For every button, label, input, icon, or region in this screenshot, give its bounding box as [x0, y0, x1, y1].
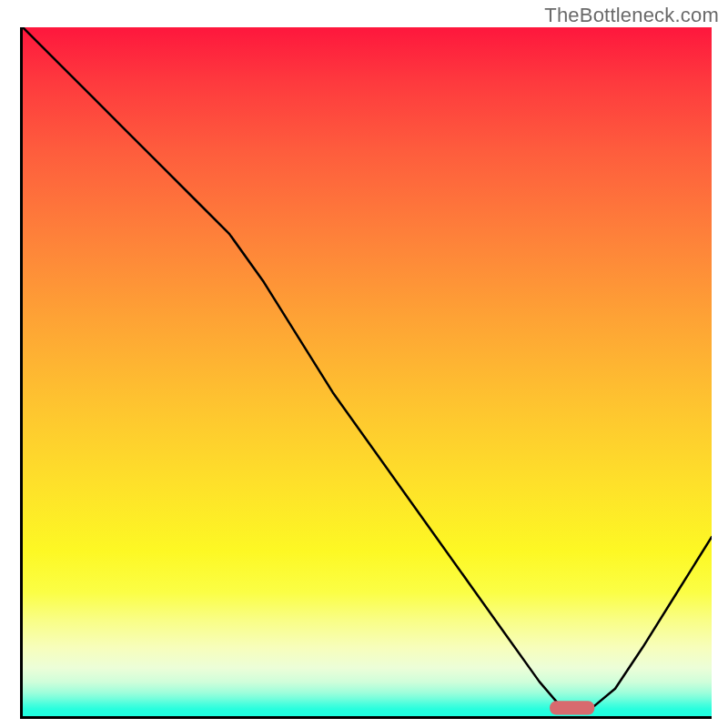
- bottleneck-curve: [23, 27, 712, 706]
- plot-svg: [23, 27, 712, 716]
- plot-area: [20, 27, 712, 719]
- optimum-marker: [550, 701, 594, 714]
- watermark-text: TheBottleneck.com: [544, 4, 719, 27]
- chart-container: TheBottleneck.com: [0, 0, 728, 728]
